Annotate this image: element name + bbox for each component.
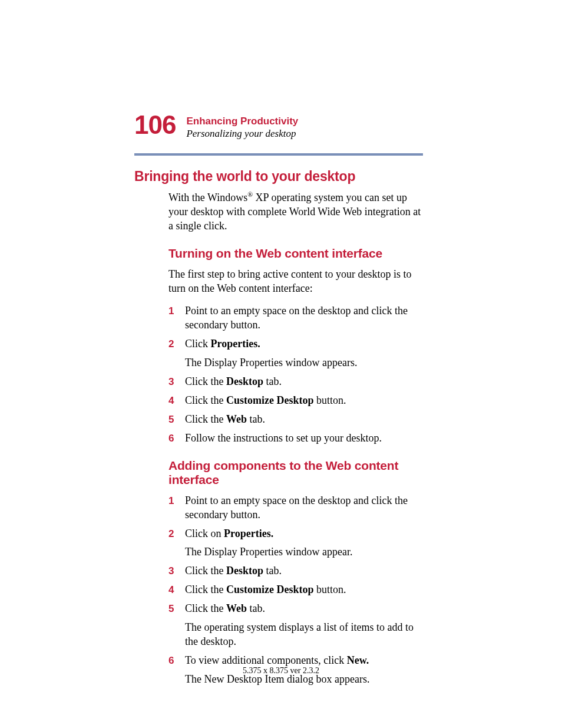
heading-adding-components: Adding components to the Web content int… <box>168 459 423 487</box>
step-number: 1 <box>168 494 185 522</box>
heading-turning-on: Turning on the Web content interface <box>168 246 423 261</box>
step-number: 5 <box>168 413 185 427</box>
step: 1Point to an empty space on the desktop … <box>168 494 423 522</box>
step-body: Click the Customize Desktop button. <box>185 394 423 408</box>
heading-bringing-world: Bringing the world to your desktop <box>134 169 423 185</box>
step: 6Follow the instructions to set up your … <box>168 431 423 446</box>
step-body: Click the Desktop tab. <box>185 564 423 578</box>
step-result: The Display Properties window appear. <box>185 545 423 559</box>
step: 2Click Properties.The Display Properties… <box>168 337 423 370</box>
step: 2Click on Properties.The Display Propert… <box>168 527 423 560</box>
step-result: The Display Properties window appears. <box>185 356 423 370</box>
horizontal-rule <box>134 153 423 156</box>
chapter-title: Enhancing Productivity <box>186 116 298 127</box>
step-number: 4 <box>168 583 185 597</box>
step: 5Click the Web tab.The operating system … <box>168 602 423 649</box>
page-number: 106 <box>134 112 176 138</box>
step-number: 2 <box>168 527 185 560</box>
step-body: Point to an empty space on the desktop a… <box>185 494 423 522</box>
step: 5Click the Web tab. <box>168 413 423 427</box>
step-number: 1 <box>168 304 185 332</box>
step-number: 3 <box>168 564 185 578</box>
page-header: 106 Enhancing Productivity Personalizing… <box>134 112 423 140</box>
step-number: 2 <box>168 337 185 370</box>
step-number: 5 <box>168 602 185 649</box>
sec2-steps: 1Point to an empty space on the desktop … <box>168 494 423 687</box>
step-body: Click the Web tab. <box>185 413 423 427</box>
sec1-intro: The first step to bring active content t… <box>168 268 423 296</box>
step-body: Click Properties.The Display Properties … <box>185 337 423 370</box>
section-subtitle: Personalizing your desktop <box>186 127 298 140</box>
step-body: Click the Desktop tab. <box>185 375 423 389</box>
step-body: Click on Properties.The Display Properti… <box>185 527 423 560</box>
sec1-steps: 1Point to an empty space on the desktop … <box>168 304 423 446</box>
step: 4Click the Customize Desktop button. <box>168 394 423 408</box>
page-content: 106 Enhancing Productivity Personalizing… <box>134 112 423 691</box>
step: 3Click the Desktop tab. <box>168 564 423 578</box>
step-result: The operating system displays a list of … <box>185 621 423 649</box>
intro-paragraph: With the Windows® XP operating system yo… <box>168 190 423 233</box>
step-body: Click the Web tab.The operating system d… <box>185 602 423 649</box>
step-number: 6 <box>168 431 185 446</box>
step-body: Point to an empty space on the desktop a… <box>185 304 423 332</box>
header-text: Enhancing Productivity Personalizing you… <box>186 112 298 140</box>
step-body: Follow the instructions to set up your d… <box>185 431 423 446</box>
step: 1Point to an empty space on the desktop … <box>168 304 423 332</box>
page-footer: 5.375 x 8.375 ver 2.3.2 <box>0 666 562 676</box>
step-number: 4 <box>168 394 185 408</box>
step: 3Click the Desktop tab. <box>168 375 423 389</box>
step-body: Click the Customize Desktop button. <box>185 583 423 597</box>
step: 4Click the Customize Desktop button. <box>168 583 423 597</box>
step-number: 3 <box>168 375 185 389</box>
